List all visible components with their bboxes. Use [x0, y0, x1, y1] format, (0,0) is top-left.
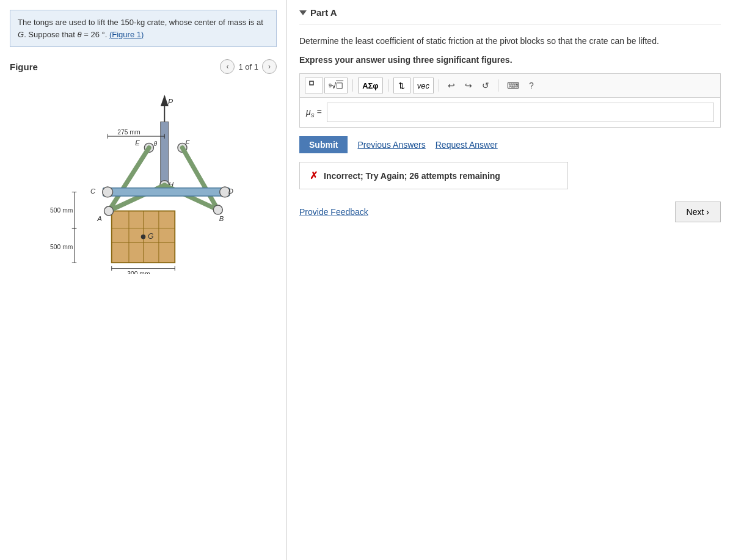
toolbar-divider-2 — [388, 79, 388, 92]
svg-text:275 mm: 275 mm — [117, 129, 140, 136]
right-panel: Part A Determine the least coefficient o… — [287, 0, 733, 560]
problem-text: The tongs are used to lift the 150-kg cr… — [18, 18, 263, 39]
error-box: ✗ Incorrect; Try Again; 26 attempts rema… — [299, 162, 568, 189]
figure-nav: ‹ 1 of 1 › — [220, 59, 277, 74]
svg-rect-23 — [103, 188, 230, 196]
toolbar-keyboard-btn[interactable]: ⌨ — [503, 79, 523, 92]
answer-input[interactable] — [327, 103, 714, 122]
figure-page: 1 of 1 — [238, 62, 258, 71]
figure-prev-button[interactable]: ‹ — [220, 59, 235, 74]
submit-button[interactable]: Submit — [299, 136, 348, 153]
svg-text:P: P — [168, 98, 173, 106]
feedback-next-row: Provide Feedback Next › — [299, 202, 721, 222]
figure-next-button[interactable]: › — [262, 59, 277, 74]
svg-text:θ: θ — [153, 140, 157, 147]
svg-text:A: A — [97, 215, 102, 222]
toolbar-sqrt-btn[interactable]: 9√☐ — [324, 78, 348, 93]
toolbar-redo-btn[interactable]: ↪ — [461, 79, 476, 92]
svg-point-28 — [104, 206, 114, 216]
toolbar-help-btn[interactable]: ? — [525, 79, 538, 92]
answer-row: μs = — [299, 98, 721, 128]
toolbar-greek-btn[interactable]: ΑΣφ — [358, 78, 383, 93]
next-arrow-icon: › — [706, 207, 709, 217]
provide-feedback-link[interactable]: Provide Feedback — [299, 207, 368, 217]
toolbar-vec-btn[interactable]: vec — [413, 78, 434, 93]
error-message: Incorrect; Try Again; 26 attempts remain… — [324, 171, 500, 181]
figure-link[interactable]: (Figure 1) — [109, 30, 144, 39]
toolbar-sort-btn[interactable]: ⇅ — [393, 78, 410, 93]
svg-point-7 — [141, 235, 146, 239]
svg-text:F: F — [185, 139, 190, 147]
express-note: Express your answer using three signific… — [299, 55, 721, 65]
svg-point-24 — [103, 187, 113, 197]
figure-svg: G P E θ H F — [10, 79, 277, 274]
toolbar-box-btn[interactable] — [305, 78, 323, 93]
svg-rect-11 — [161, 122, 169, 186]
collapse-icon[interactable] — [299, 10, 307, 15]
svg-text:G: G — [148, 232, 154, 241]
svg-text:C: C — [90, 187, 96, 195]
error-icon: ✗ — [310, 170, 318, 181]
svg-text:300 mm: 300 mm — [127, 271, 150, 274]
svg-text:D: D — [228, 187, 233, 195]
toolbar-refresh-btn[interactable]: ↺ — [478, 79, 493, 92]
toolbar-group-1: 9√☐ — [305, 78, 348, 93]
figure-title: Figure — [10, 62, 38, 72]
svg-text:E: E — [135, 139, 140, 147]
next-label: Next — [687, 207, 704, 217]
part-label: Part A — [310, 7, 337, 18]
problem-statement: The tongs are used to lift the 150-kg cr… — [10, 10, 277, 47]
svg-point-30 — [213, 205, 222, 214]
part-header: Part A — [299, 0, 721, 24]
toolbar-divider-3 — [439, 79, 439, 92]
toolbar-divider-4 — [498, 79, 498, 92]
submit-row: Submit Previous Answers Request Answer — [299, 136, 721, 153]
svg-text:500 mm: 500 mm — [50, 207, 73, 214]
question-text: Determine the least coefficient of stati… — [299, 34, 721, 48]
left-panel: The tongs are used to lift the 150-kg cr… — [0, 0, 287, 560]
svg-text:500 mm: 500 mm — [50, 244, 73, 250]
svg-text:B: B — [219, 215, 224, 222]
toolbar-undo-btn[interactable]: ↩ — [444, 79, 459, 92]
figure-image: G P E θ H F — [10, 79, 277, 274]
prev-answers-link[interactable]: Previous Answers — [357, 140, 425, 150]
figure-header: Figure ‹ 1 of 1 › — [10, 59, 277, 74]
answer-label: μs = — [306, 107, 322, 118]
answer-toolbar: 9√☐ ΑΣφ ⇅ vec ↩ ↪ ↺ ⌨ ? — [299, 73, 721, 98]
svg-rect-49 — [310, 81, 313, 85]
next-button[interactable]: Next › — [675, 202, 721, 222]
figure-section: Figure ‹ 1 of 1 › G — [0, 53, 286, 560]
request-answer-link[interactable]: Request Answer — [436, 140, 498, 150]
toolbar-divider-1 — [352, 79, 353, 92]
